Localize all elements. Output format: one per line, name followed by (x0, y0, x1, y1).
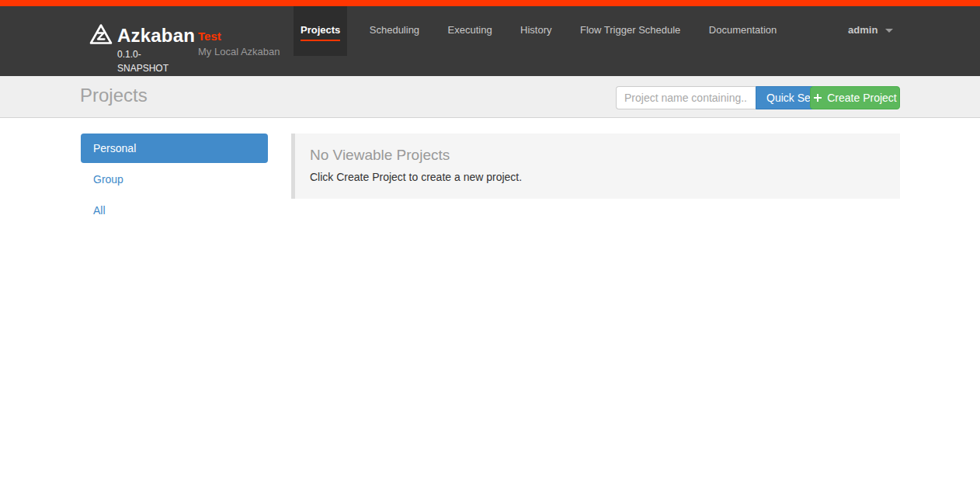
project-filter-sidebar: Personal Group All (81, 134, 268, 227)
top-accent-bar (0, 0, 980, 6)
instance-name: Test (198, 29, 280, 43)
sidebar-item-personal[interactable]: Personal (81, 134, 268, 163)
sidebar-item-all[interactable]: All (81, 196, 268, 225)
nav-item-executing[interactable]: Executing (439, 6, 502, 56)
azkaban-projects-page: Azkaban 0.1.0-SNAPSHOT Test My Local Azk… (0, 0, 980, 503)
project-search-input[interactable] (616, 86, 756, 109)
sidebar-item-group[interactable]: Group (81, 165, 268, 194)
nav-item-label: History (520, 24, 551, 36)
instance-info: Test My Local Azkaban (198, 29, 280, 57)
nav-item-projects[interactable]: Projects (294, 6, 347, 56)
nav-item-history[interactable]: History (511, 6, 561, 56)
user-dropdown[interactable]: admin (848, 24, 893, 36)
azkaban-logo-icon[interactable] (89, 23, 113, 47)
nav-item-scheduling[interactable]: Scheduling (360, 6, 429, 56)
nav-item-flow-trigger-schedule[interactable]: Flow Trigger Schedule (571, 6, 690, 56)
create-project-label: Create Project (827, 92, 896, 104)
nav-item-documentation[interactable]: Documentation (700, 6, 786, 56)
instance-subtitle: My Local Azkaban (198, 46, 280, 57)
navbar: Azkaban 0.1.0-SNAPSHOT Test My Local Azk… (0, 6, 980, 76)
empty-state-title: No Viewable Projects (310, 146, 881, 165)
plus-icon (813, 93, 822, 102)
username: admin (848, 24, 877, 36)
nav-item-label: Scheduling (370, 24, 419, 36)
page-header: Projects Quick Search Create Project (0, 76, 980, 118)
empty-projects-panel: No Viewable Projects Click Create Projec… (291, 134, 900, 199)
project-search-group: Quick Search Create Project (616, 86, 900, 109)
create-project-button[interactable]: Create Project (810, 86, 900, 109)
nav-item-label: Projects (301, 24, 340, 41)
brand-version: 0.1.0-SNAPSHOT (117, 47, 175, 75)
empty-state-message: Click Create Project to create a new pro… (310, 169, 881, 185)
brand-title[interactable]: Azkaban (117, 25, 195, 47)
main-nav: Projects Scheduling Executing History Fl… (294, 6, 792, 56)
caret-down-icon (885, 29, 893, 33)
nav-item-label: Flow Trigger Schedule (580, 24, 680, 36)
page-title: Projects (80, 85, 148, 106)
nav-item-label: Documentation (709, 24, 777, 36)
nav-item-label: Executing (448, 24, 492, 36)
